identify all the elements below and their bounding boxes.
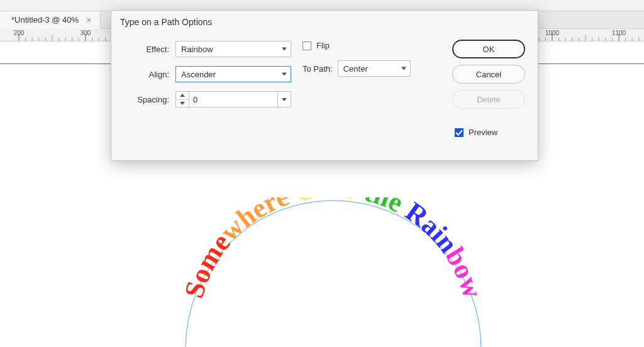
svg-marker-167 — [180, 94, 185, 97]
spacing-input[interactable]: 0 — [189, 91, 277, 107]
svg-marker-168 — [180, 102, 185, 105]
to-path-dropdown[interactable]: Center — [338, 60, 411, 77]
cancel-button-label: Cancel — [476, 70, 501, 79]
svg-text:1000: 1000 — [545, 30, 560, 36]
chevron-down-icon — [282, 98, 287, 101]
align-label: Align: — [124, 70, 169, 79]
preview-label: Preview — [469, 128, 497, 137]
delete-button-label: Delete — [477, 95, 501, 104]
dialog-mid-column: Flip To Path: Center — [303, 38, 411, 137]
close-icon[interactable]: × — [86, 16, 91, 25]
stepper-up-icon[interactable] — [176, 92, 189, 100]
flip-label: Flip — [316, 41, 330, 50]
type-on-path-options-dialog: Type on a Path Options Effect: Rainbow A… — [111, 10, 538, 161]
spacing-presets-dropdown[interactable] — [277, 91, 291, 107]
flip-checkbox[interactable] — [303, 41, 311, 50]
ok-button-label: OK — [483, 45, 495, 54]
svg-text:Somewhere Over the Rainbow: Somewhere Over the Rainbow — [182, 197, 484, 302]
dialog-buttons: OK Cancel Delete Preview — [452, 38, 525, 137]
svg-text:1100: 1100 — [612, 30, 626, 36]
ok-button[interactable]: OK — [452, 40, 525, 58]
spacing-stepper-buttons[interactable] — [175, 91, 189, 107]
spacing-value: 0 — [193, 95, 197, 104]
chevron-down-icon — [401, 67, 406, 70]
to-path-label: To Path: — [303, 64, 333, 74]
effect-dropdown[interactable]: Rainbow — [175, 41, 291, 57]
delete-button: Delete — [452, 90, 525, 109]
cancel-button[interactable]: Cancel — [452, 65, 525, 84]
align-dropdown[interactable]: Ascender — [175, 66, 291, 82]
chevron-down-icon — [282, 73, 287, 76]
align-value: Ascender — [181, 70, 216, 79]
svg-text:200: 200 — [14, 30, 25, 36]
document-tab-title: *Untitled-3 @ 40% — [11, 15, 79, 25]
spacing-stepper[interactable]: 0 — [175, 91, 291, 107]
document-tab[interactable]: *Untitled-3 @ 40% × — [0, 11, 101, 29]
to-path-value: Center — [343, 64, 368, 74]
spacing-label: Spacing: — [124, 95, 169, 104]
svg-text:300: 300 — [80, 30, 91, 36]
effect-label: Effect: — [124, 45, 169, 54]
dialog-title: Type on a Path Options — [111, 11, 538, 32]
stepper-down-icon[interactable] — [176, 100, 189, 107]
dialog-fields: Effect: Rainbow Align: Ascender Spacing: — [124, 38, 291, 137]
preview-checkbox[interactable] — [455, 128, 464, 137]
type-on-path-artwork[interactable]: Somewhere Over the Rainbow — [182, 197, 484, 347]
effect-value: Rainbow — [181, 45, 213, 54]
chevron-down-icon — [282, 48, 287, 51]
